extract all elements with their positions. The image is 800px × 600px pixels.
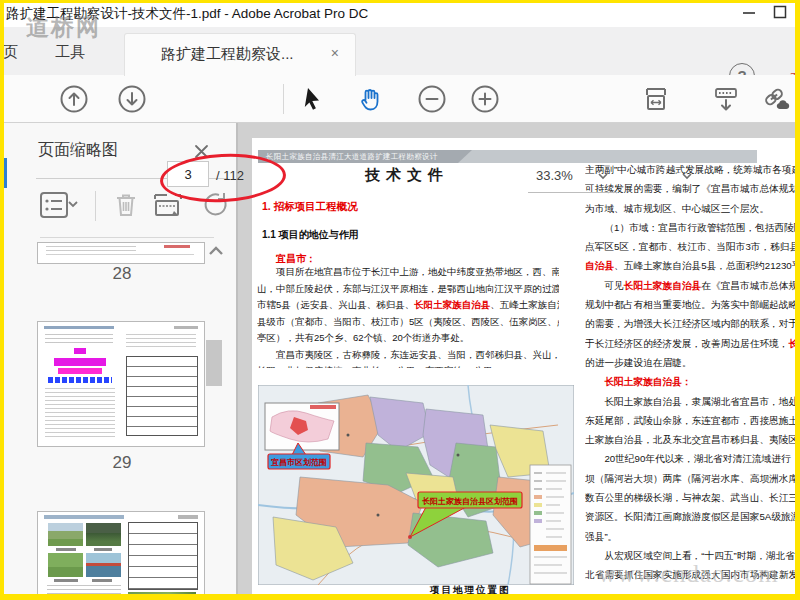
text-line: （1）市域：宜昌市行政管辖范围，包括西陵区: [585, 218, 795, 237]
panel-toolbar-separator: [95, 191, 96, 221]
text-line: 可持续发展的需要，编制了《宜昌市城市总体规划: [585, 179, 795, 198]
page-thumbnail-29[interactable]: [37, 321, 205, 447]
text-line: 坝（隔河岩大坝）两库（隔河岩水库、高坝洲水库）: [585, 469, 795, 488]
text-line: 长阳，北与保康接壤，南北长103公里，东西宽约77公里。: [257, 363, 559, 368]
map-inset-label: 宜昌市区划范围: [271, 457, 327, 467]
list-top-divider: [40, 237, 214, 238]
pdf-heading-1: 1. 招标项目工程概况: [262, 200, 358, 214]
scrollbar-thumb[interactable]: [206, 340, 222, 386]
map-inset: [265, 403, 339, 450]
pdf-heading-2: 1.1 项目的地位与作用: [262, 228, 359, 242]
tab-document[interactable]: 路扩建工程勘察设... ×: [124, 33, 356, 76]
watermark-bottom-right: www.cndao.com: [598, 560, 779, 588]
thumbnail-label-28: 28: [92, 264, 152, 284]
zoom-underline: [528, 192, 618, 193]
fit-dropdown-icon[interactable]: [681, 172, 693, 180]
window-titlebar: 路扩建工程勘察设计-技术文件-1.pdf - Adobe Acrobat Pro…: [0, 0, 800, 27]
thumbnail-photo: [48, 523, 83, 546]
pdf-doc-title: 技术文件: [257, 166, 557, 185]
tab-home[interactable]: 页: [3, 43, 18, 62]
text-line: 点军区5区，宜都市、枝江市、当阳市3市，秭归县: [585, 237, 795, 256]
zoom-level-value[interactable]: 33.3%: [536, 168, 573, 183]
text-line: 项目所在地宜昌市位于长江中上游，地处中纬度亚热带地区，西、南、北三面环: [257, 264, 559, 281]
next-page-icon[interactable]: [117, 84, 147, 114]
map-callout-label: 长阳土家族自治县区划范围: [422, 496, 518, 506]
thumbnail-table: [128, 522, 198, 590]
text-line: 强县”。: [585, 527, 795, 546]
tab-bar: 页 工具 ? 登录: [0, 27, 800, 75]
thumbnail-label-29: 29: [92, 453, 152, 473]
page-thumbnail-30[interactable]: [37, 511, 205, 600]
frame-border-left: [0, 0, 4, 600]
zoom-dropdown-icon[interactable]: [597, 172, 609, 180]
frame-border-bottom: [0, 594, 800, 600]
text-line: 土家族自治县，北及东北交宜昌市秭归县、夷陵区、点: [585, 430, 795, 449]
text-line: 宜昌市夷陵区，古称彝陵，东连远安县、当阳，西邻秭归县、兴山，南抵枝江、: [257, 347, 559, 364]
hand-tool-icon[interactable]: [356, 84, 386, 114]
text-line: 资源区。长阳清江画廊旅游度假区是国家5A级旅游: [585, 507, 795, 526]
zoom-in-icon[interactable]: [470, 84, 500, 114]
thumbnail-photo: [48, 553, 83, 577]
maximize-button[interactable]: [771, 3, 789, 21]
frame-border-top: [0, 0, 800, 3]
text-line: 20世纪90年代以来，湖北省对清江流域进行: [585, 449, 795, 468]
tab-tools[interactable]: 工具: [55, 43, 85, 62]
page-thumbnail-28[interactable]: [37, 242, 205, 264]
tab-document-label: 路扩建工程勘察设...: [161, 45, 294, 64]
watermark-top-left: 道桥网: [26, 12, 101, 43]
pdf-left-column: 项目所在地宜昌市位于长江中上游，地处中纬度亚热带地区，西、南、北三面环山，中部丘…: [257, 264, 559, 368]
text-line: 长阳土家族自治县，隶属湖北省宜昌市，地处鄂: [585, 392, 795, 411]
map-legend: [530, 465, 571, 584]
main-toolbar: / 112 33.3%: [0, 75, 800, 123]
thumbnail-table: [126, 356, 198, 436]
thumbnail-photo: [86, 553, 121, 577]
pdf-banner-text: 长阳土家族自治县清江大道道路扩建工程勘察设计: [266, 152, 438, 162]
text-line: 可见长阳土家族自治县在《宜昌市城市总体规划: [585, 276, 795, 295]
hide-toolbar-icon[interactable]: [711, 84, 741, 114]
fit-width-icon[interactable]: [641, 84, 671, 114]
pdf-right-column: 主两副”中心城市跨越式发展战略，统筹城市各项建可持续发展的需要，编制了《宜昌市城…: [585, 160, 795, 584]
text-line: 为市域、城市规划区、中心城区三个层次。: [585, 199, 795, 218]
text-line: 自治县、五峰土家族自治县5县，总面积约21230平: [585, 256, 795, 275]
text-line: 的进一步建设迫在眉睫。: [585, 353, 795, 372]
text-line: 于长江经济区的经济发展，改善周边居住环境，长阳: [585, 334, 795, 353]
frame-border-right: [795, 0, 800, 600]
text-line: 山，中部丘陵起伏，东部与江汉平原相连，是鄂西山地向江汉平原的过渡地带。宜昌: [257, 281, 559, 298]
text-line: 亭区），共有25个乡、62个镇、20个街道办事处。: [257, 330, 559, 347]
minimize-button[interactable]: [740, 3, 758, 21]
text-line: 长阳土家族自治县：: [585, 372, 795, 391]
panel-title: 页面缩略图: [38, 140, 118, 161]
previous-page-icon[interactable]: [59, 84, 89, 114]
text-line: 县级市（宜都市、当阳市、枝江市）5区（夷陵区、西陵区、伍家岗区、点军区、猇: [257, 314, 559, 331]
thumbnail-photo: [86, 523, 121, 546]
share-link-icon[interactable]: [760, 84, 790, 114]
scrollbar-up-icon[interactable]: [206, 243, 226, 259]
text-line: 东延尾部，武陵山余脉，东连宜都市，西接恩施土家: [585, 411, 795, 430]
tab-close-icon[interactable]: ×: [331, 45, 339, 61]
zoom-out-icon[interactable]: [417, 84, 447, 114]
thumbnail-options-icon[interactable]: [38, 189, 80, 221]
text-line: 市辖5县（远安县、兴山县、秭归县、长阳土家族自治县、五峰土家族自治县）3个: [257, 297, 559, 314]
text-line: 规划中都占有相当重要地位。为落实中部崛起战略，: [585, 295, 795, 314]
select-tool-icon[interactable]: [298, 84, 328, 114]
delete-pages-icon[interactable]: [110, 189, 142, 221]
text-line: 的需要，为增强大长江经济区域内部的联系，对于完: [585, 314, 795, 333]
map-figure: 宜昌市区划范围 长阳土家族自治县区划范围: [258, 385, 574, 585]
text-line: 数百公里的梯级长湖，与神农架、武当山、长江三峡: [585, 488, 795, 507]
toolbar-separator: [283, 84, 284, 114]
